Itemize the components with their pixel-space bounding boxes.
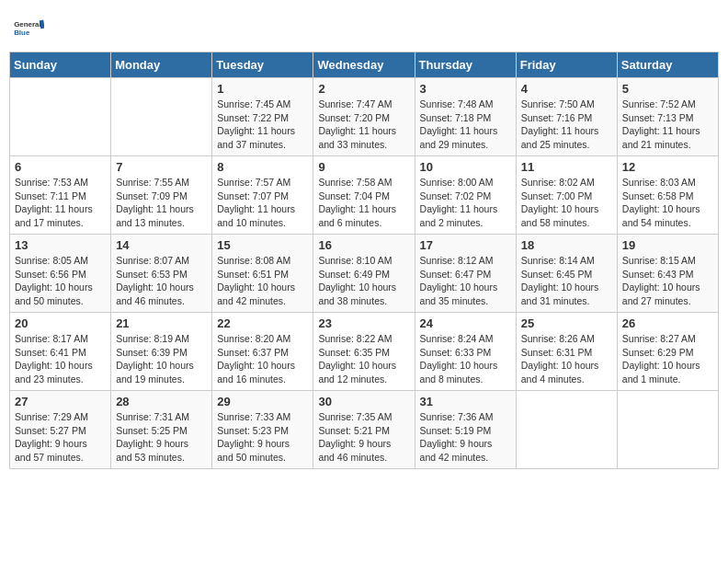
day-info: Sunrise: 8:27 AM Sunset: 6:29 PM Dayligh… (622, 332, 713, 386)
calendar-cell: 6Sunrise: 7:53 AM Sunset: 7:11 PM Daylig… (10, 156, 111, 235)
calendar-cell: 8Sunrise: 7:57 AM Sunset: 7:07 PM Daylig… (212, 156, 313, 235)
calendar-cell: 26Sunrise: 8:27 AM Sunset: 6:29 PM Dayli… (617, 313, 718, 391)
svg-text:General: General (14, 20, 41, 29)
day-info: Sunrise: 8:19 AM Sunset: 6:39 PM Dayligh… (116, 332, 207, 386)
calendar-cell: 11Sunrise: 8:02 AM Sunset: 7:00 PM Dayli… (516, 156, 617, 235)
calendar-cell: 24Sunrise: 8:24 AM Sunset: 6:33 PM Dayli… (415, 313, 516, 391)
day-number: 27 (15, 395, 106, 408)
column-header-sunday: Sunday (10, 52, 111, 78)
day-number: 4 (521, 82, 612, 96)
day-number: 21 (116, 316, 207, 330)
day-info: Sunrise: 7:29 AM Sunset: 5:27 PM Dayligh… (15, 410, 106, 465)
calendar-cell: 10Sunrise: 8:00 AM Sunset: 7:02 PM Dayli… (415, 156, 516, 235)
calendar-week-row: 27Sunrise: 7:29 AM Sunset: 5:27 PM Dayli… (10, 391, 719, 469)
logo: General Blue (13, 13, 44, 44)
calendar-week-row: 6Sunrise: 7:53 AM Sunset: 7:11 PM Daylig… (10, 156, 719, 235)
day-number: 6 (15, 160, 106, 174)
day-number: 17 (420, 238, 511, 252)
day-number: 8 (217, 160, 308, 174)
column-header-wednesday: Wednesday (313, 52, 415, 78)
day-info: Sunrise: 8:03 AM Sunset: 6:58 PM Dayligh… (622, 176, 713, 230)
day-info: Sunrise: 7:58 AM Sunset: 7:04 PM Dayligh… (318, 176, 409, 230)
calendar-cell: 18Sunrise: 8:14 AM Sunset: 6:45 PM Dayli… (516, 235, 617, 313)
day-info: Sunrise: 7:50 AM Sunset: 7:16 PM Dayligh… (521, 98, 612, 152)
day-info: Sunrise: 8:07 AM Sunset: 6:53 PM Dayligh… (116, 254, 207, 308)
calendar-cell: 4Sunrise: 7:50 AM Sunset: 7:16 PM Daylig… (516, 78, 617, 156)
day-number: 31 (420, 395, 511, 408)
day-info: Sunrise: 7:52 AM Sunset: 7:13 PM Dayligh… (622, 98, 713, 152)
day-info: Sunrise: 8:05 AM Sunset: 6:56 PM Dayligh… (15, 254, 106, 308)
day-number: 15 (217, 238, 308, 252)
column-header-friday: Friday (516, 52, 617, 78)
day-info: Sunrise: 8:26 AM Sunset: 6:31 PM Dayligh… (521, 332, 612, 386)
day-info: Sunrise: 8:15 AM Sunset: 6:43 PM Dayligh… (622, 254, 713, 308)
day-info: Sunrise: 8:22 AM Sunset: 6:35 PM Dayligh… (318, 332, 409, 386)
day-number: 30 (318, 395, 409, 408)
calendar-cell: 7Sunrise: 7:55 AM Sunset: 7:09 PM Daylig… (111, 156, 212, 235)
column-header-saturday: Saturday (617, 52, 718, 78)
calendar-cell: 1Sunrise: 7:45 AM Sunset: 7:22 PM Daylig… (212, 78, 313, 156)
day-info: Sunrise: 7:57 AM Sunset: 7:07 PM Dayligh… (217, 176, 308, 230)
day-info: Sunrise: 8:14 AM Sunset: 6:45 PM Dayligh… (521, 254, 612, 308)
calendar-week-row: 1Sunrise: 7:45 AM Sunset: 7:22 PM Daylig… (10, 78, 719, 156)
day-number: 16 (318, 238, 409, 252)
day-number: 29 (217, 395, 308, 408)
calendar-cell: 21Sunrise: 8:19 AM Sunset: 6:39 PM Dayli… (111, 313, 212, 391)
calendar-cell: 27Sunrise: 7:29 AM Sunset: 5:27 PM Dayli… (10, 391, 111, 469)
day-number: 7 (116, 160, 207, 174)
day-number: 28 (116, 395, 207, 408)
day-info: Sunrise: 8:08 AM Sunset: 6:51 PM Dayligh… (217, 254, 308, 308)
calendar-cell: 17Sunrise: 8:12 AM Sunset: 6:47 PM Dayli… (415, 235, 516, 313)
svg-text:Blue: Blue (14, 29, 30, 37)
calendar-cell (617, 391, 718, 469)
day-info: Sunrise: 7:33 AM Sunset: 5:23 PM Dayligh… (217, 410, 308, 465)
calendar-cell: 2Sunrise: 7:47 AM Sunset: 7:20 PM Daylig… (313, 78, 415, 156)
page-header: General Blue (9, 9, 719, 44)
day-info: Sunrise: 7:47 AM Sunset: 7:20 PM Dayligh… (318, 98, 409, 152)
day-number: 2 (318, 82, 409, 96)
day-number: 13 (15, 238, 106, 252)
calendar-cell: 31Sunrise: 7:36 AM Sunset: 5:19 PM Dayli… (415, 391, 516, 469)
day-info: Sunrise: 7:45 AM Sunset: 7:22 PM Dayligh… (217, 98, 308, 152)
calendar-cell: 29Sunrise: 7:33 AM Sunset: 5:23 PM Dayli… (212, 391, 313, 469)
calendar-cell (516, 391, 617, 469)
calendar-cell: 3Sunrise: 7:48 AM Sunset: 7:18 PM Daylig… (415, 78, 516, 156)
day-info: Sunrise: 8:10 AM Sunset: 6:49 PM Dayligh… (318, 254, 409, 308)
day-number: 20 (15, 316, 106, 330)
day-number: 3 (420, 82, 511, 96)
calendar-table: SundayMondayTuesdayWednesdayThursdayFrid… (9, 52, 719, 469)
day-info: Sunrise: 7:36 AM Sunset: 5:19 PM Dayligh… (420, 410, 511, 465)
calendar-week-row: 13Sunrise: 8:05 AM Sunset: 6:56 PM Dayli… (10, 235, 719, 313)
day-info: Sunrise: 8:17 AM Sunset: 6:41 PM Dayligh… (15, 332, 106, 386)
day-info: Sunrise: 7:55 AM Sunset: 7:09 PM Dayligh… (116, 176, 207, 230)
day-number: 26 (622, 316, 713, 330)
calendar-cell: 14Sunrise: 8:07 AM Sunset: 6:53 PM Dayli… (111, 235, 212, 313)
calendar-cell: 30Sunrise: 7:35 AM Sunset: 5:21 PM Dayli… (313, 391, 415, 469)
calendar-cell (111, 78, 212, 156)
day-number: 24 (420, 316, 511, 330)
calendar-cell: 13Sunrise: 8:05 AM Sunset: 6:56 PM Dayli… (10, 235, 111, 313)
day-number: 10 (420, 160, 511, 174)
day-number: 11 (521, 160, 612, 174)
day-info: Sunrise: 8:00 AM Sunset: 7:02 PM Dayligh… (420, 176, 511, 230)
calendar-cell: 28Sunrise: 7:31 AM Sunset: 5:25 PM Dayli… (111, 391, 212, 469)
column-header-tuesday: Tuesday (212, 52, 313, 78)
day-info: Sunrise: 7:35 AM Sunset: 5:21 PM Dayligh… (318, 410, 409, 465)
calendar-cell: 9Sunrise: 7:58 AM Sunset: 7:04 PM Daylig… (313, 156, 415, 235)
calendar-header-row: SundayMondayTuesdayWednesdayThursdayFrid… (10, 52, 719, 78)
calendar-cell: 16Sunrise: 8:10 AM Sunset: 6:49 PM Dayli… (313, 235, 415, 313)
day-number: 12 (622, 160, 713, 174)
calendar-cell: 12Sunrise: 8:03 AM Sunset: 6:58 PM Dayli… (617, 156, 718, 235)
calendar-cell: 25Sunrise: 8:26 AM Sunset: 6:31 PM Dayli… (516, 313, 617, 391)
calendar-cell: 23Sunrise: 8:22 AM Sunset: 6:35 PM Dayli… (313, 313, 415, 391)
calendar-cell (10, 78, 111, 156)
column-header-monday: Monday (111, 52, 212, 78)
calendar-cell: 15Sunrise: 8:08 AM Sunset: 6:51 PM Dayli… (212, 235, 313, 313)
day-number: 1 (217, 82, 308, 96)
calendar-week-row: 20Sunrise: 8:17 AM Sunset: 6:41 PM Dayli… (10, 313, 719, 391)
day-info: Sunrise: 7:48 AM Sunset: 7:18 PM Dayligh… (420, 98, 511, 152)
day-number: 18 (521, 238, 612, 252)
calendar-cell: 20Sunrise: 8:17 AM Sunset: 6:41 PM Dayli… (10, 313, 111, 391)
day-number: 23 (318, 316, 409, 330)
day-number: 9 (318, 160, 409, 174)
